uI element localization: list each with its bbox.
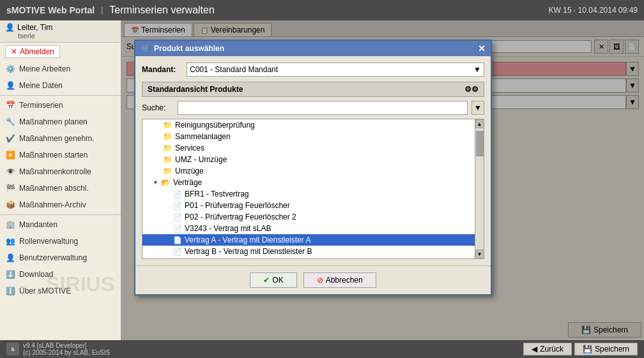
cancel-label: Abbrechen — [326, 276, 363, 285]
sidebar-item-label: Rollenverwaltung — [19, 237, 78, 246]
modal-ok-button[interactable]: ✔ OK — [250, 272, 296, 288]
tree-item-vertrag-b[interactable]: 📄 Vertrag B - Vertrag mit Dienstleister … — [142, 246, 475, 257]
tree-item-sammelanlagen[interactable]: 📁 Sammelanlagen — [142, 131, 475, 142]
modal-overlay: 🛒 Produkt auswählen ✕ Mandant: C001 - St… — [121, 20, 644, 340]
doc-icon: 📄 — [173, 248, 182, 256]
search-label: Suche: — [142, 103, 174, 112]
sidebar-item-mandanten[interactable]: 🏢 Mandanten — [0, 216, 121, 233]
tree-item-label: Sammelanlagen — [175, 132, 231, 141]
tree-scroll-down-btn[interactable]: ▼ — [475, 250, 484, 258]
sidebar-item-rollenverwaltung[interactable]: 👥 Rollenverwaltung — [0, 233, 121, 250]
save-button[interactable]: 💾 Speichern — [574, 343, 638, 355]
version-info: v9.4 [sLAB Developer] (c) 2005-2014 by s… — [23, 342, 110, 356]
sidebar-item-terminserien[interactable]: 📅 Terminserien — [0, 97, 121, 114]
sidebar: 👤 Leiter, Tim tserie ✕ Abmelden ⚙️ Meine… — [0, 20, 121, 340]
folder-icon: 📁 — [163, 144, 172, 153]
sidebar-divider-1 — [0, 95, 121, 96]
sidebar-item-uber-smotive[interactable]: ℹ️ Über sMOTIVE — [0, 283, 121, 299]
mandant-row: Mandant: C001 - Standard Mandant ▼ — [142, 63, 484, 77]
modal-search-arrow[interactable]: ▼ — [471, 101, 484, 115]
tree-item-v3243[interactable]: 📄 V3243 - Vertrag mit sLAB — [142, 223, 475, 234]
tree-item-label: BFR1 - Testvertrag — [185, 190, 249, 198]
folder-icon: 📁 — [163, 155, 172, 164]
modal-search-input[interactable] — [178, 101, 468, 115]
sidebar-item-label: Maßnahmen genehm. — [19, 134, 94, 143]
modal-header: 🛒 Produkt auswählen ✕ — [135, 41, 491, 56]
mandant-value: C001 - Standard Mandant — [190, 65, 278, 74]
sidebar-item-label: Maßnahmen starten — [19, 151, 88, 160]
modal-title-area: 🛒 Produkt auswählen — [141, 44, 224, 53]
folder-open-icon: 📂 — [161, 178, 171, 187]
sidebar-usersub: tserie — [5, 32, 116, 40]
person-icon: 👤 — [5, 80, 15, 91]
tree-item-umzuge[interactable]: 📁 Umzüge — [142, 165, 475, 177]
mandant-dropdown-arrow: ▼ — [473, 65, 481, 74]
sidebar-item-massnahmen-planen[interactable]: 🔧 Maßnahmen planen — [0, 114, 121, 130]
archive-icon: 📦 — [5, 200, 15, 210]
mandant-label: Mandant: — [142, 65, 187, 74]
tree-item-vertrage[interactable]: ▼ 📂 Verträge — [142, 177, 475, 188]
mandant-select[interactable]: C001 - Standard Mandant ▼ — [187, 63, 484, 77]
tree-item-label: P02 - Prüfvertrag Feuerlöscher 2 — [185, 213, 296, 221]
sidebar-user: 👤 Leiter, Tim tserie — [0, 20, 121, 43]
user-manage-icon: 👤 — [5, 253, 15, 263]
modal-footer: ✔ OK ⊘ Abbrechen — [135, 265, 491, 294]
copyright-label: (c) 2005-2014 by sLAB, EuSIS — [23, 349, 110, 356]
tree-item-p02[interactable]: 📄 P02 - Prüfvertrag Feuerlöscher 2 — [142, 211, 475, 223]
sidebar-item-label: Maßnahmen planen — [19, 117, 88, 126]
sidebar-item-massnahmen-archiv[interactable]: 📦 Maßnahmen-Archiv — [0, 197, 121, 213]
header-datetime: KW 15 · 10.04.2014 09:49 — [549, 6, 638, 15]
tree-scroll-thumb[interactable] — [476, 131, 484, 156]
tree-item-vertrag-a[interactable]: 📄 Vertrag A - Vertrag mit Dienstleister … — [142, 234, 475, 246]
calendar-icon: 📅 — [5, 100, 15, 110]
tree-item-label: Verträge — [173, 178, 202, 187]
sidebar-item-label: Maßnahmenkontrolle — [19, 167, 91, 176]
tree-item-umz[interactable]: 📁 UMZ - Umzüge — [142, 154, 475, 165]
logout-button[interactable]: ✕ Abmelden — [5, 45, 60, 58]
sidebar-item-massnahmen-abschl[interactable]: 🏁 Maßnahmen abschl. — [0, 180, 121, 197]
tree-item-bfr1[interactable]: 📄 BFR1 - Testvertrag — [142, 188, 475, 200]
doc-icon: 📄 — [173, 225, 182, 233]
modal-title-label: Produkt auswählen — [154, 44, 224, 53]
tree-item-p01[interactable]: 📄 P01 - Prüfvertrag Feuerlöscher — [142, 200, 475, 211]
cancel-stop-icon: ⊘ — [317, 276, 323, 285]
sidebar-item-label: Über sMOTIVE — [19, 287, 71, 295]
flag-icon: 🏁 — [5, 183, 15, 193]
user-icon: 👤 — [5, 23, 15, 32]
tree-item-label: Umzüge — [175, 167, 204, 175]
sidebar-item-massnahmen-genehm[interactable]: ✔️ Maßnahmen genehm. — [0, 130, 121, 147]
eye-icon: 👁️ — [5, 167, 15, 177]
sidebar-item-meine-daten[interactable]: 👤 Meine Daten — [0, 77, 121, 94]
bottom-bar: S v9.4 [sLAB Developer] (c) 2005-2014 by… — [0, 340, 644, 358]
tree-item-services[interactable]: 📁 Services — [142, 142, 475, 154]
back-label: Zurück — [540, 345, 564, 354]
modal-search-row: Suche: ▼ — [142, 101, 484, 115]
sidebar-nav: ⚙️ Meine Arbeiten 👤 Meine Daten 📅 Termin… — [0, 61, 121, 340]
sidebar-item-massnahmenkontrolle[interactable]: 👁️ Maßnahmenkontrolle — [0, 163, 121, 180]
logout-label: Abmelden — [20, 47, 54, 56]
check-icon: ✔️ — [5, 133, 15, 144]
tree-item-reinigung[interactable]: 📁 Reinigungsüberprüfung — [142, 119, 475, 131]
back-button[interactable]: ◀ Zurück — [523, 343, 572, 355]
sidebar-item-download[interactable]: ⬇️ Download — [0, 266, 121, 283]
tree-item-label: V3243 - Vertrag mit sLAB — [185, 224, 271, 233]
modal-close-button[interactable]: ✕ — [478, 43, 486, 54]
sidebar-item-benutzerverwaltung[interactable]: 👤 Benutzerverwaltung — [0, 250, 121, 266]
sidebar-logout-area: ✕ Abmelden — [5, 45, 116, 58]
tree-item-vertrag-v[interactable]: 📄 Vertrag V - Vertrag mit sLAB — [142, 257, 475, 258]
logout-x-icon: ✕ — [11, 47, 17, 56]
folder-icon: 📁 — [163, 167, 172, 175]
tree-scrollbar[interactable]: ▲ ▼ — [475, 119, 484, 258]
building-icon: 🏢 — [5, 220, 15, 230]
sidebar-item-massnahmen-starten[interactable]: ▶️ Maßnahmen starten — [0, 147, 121, 163]
tree-item-label: Services — [175, 144, 204, 153]
tree-scroll-up-btn[interactable]: ▲ — [475, 119, 484, 128]
sidebar-item-label: Download — [19, 270, 53, 279]
folder-icon: 📁 — [163, 132, 172, 141]
modal-cancel-button[interactable]: ⊘ Abbrechen — [303, 272, 376, 288]
sidebar-item-meine-arbeiten[interactable]: ⚙️ Meine Arbeiten — [0, 61, 121, 77]
save-label: Speichern — [595, 345, 629, 354]
ok-check-icon: ✔ — [263, 276, 270, 285]
section-header-label: Standardansicht Produkte — [148, 85, 243, 94]
version-label: v9.4 [sLAB Developer] — [23, 342, 110, 349]
